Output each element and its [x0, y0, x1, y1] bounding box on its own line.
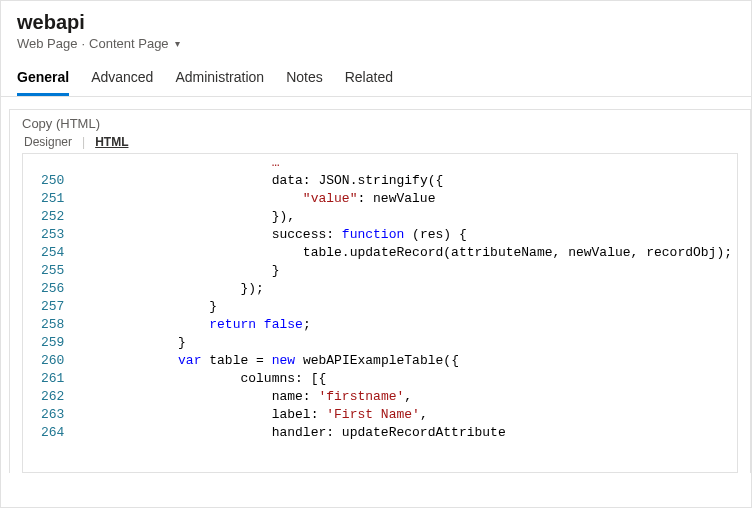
subtab-divider: |	[82, 135, 85, 149]
page-title: webapi	[17, 11, 735, 34]
line-number: 253	[23, 226, 74, 244]
code-line[interactable]: 251 "value": newValue	[23, 190, 737, 208]
tab-related[interactable]: Related	[345, 69, 393, 96]
code-content[interactable]: return false;	[74, 316, 737, 334]
code-line[interactable]: 256 });	[23, 280, 737, 298]
tab-advanced[interactable]: Advanced	[91, 69, 153, 96]
dot-separator: ·	[81, 36, 85, 51]
line-number	[23, 154, 74, 172]
code-line[interactable]: 262 name: 'firstname',	[23, 388, 737, 406]
code-content[interactable]: columns: [{	[74, 370, 737, 388]
line-number: 254	[23, 244, 74, 262]
code-line[interactable]: …	[23, 154, 737, 172]
code-line[interactable]: 252 }),	[23, 208, 737, 226]
main-tabs: GeneralAdvancedAdministrationNotesRelate…	[1, 51, 751, 97]
code-editor[interactable]: …250 data: JSON.stringify({251 "value": …	[22, 153, 738, 473]
code-line[interactable]: 258 return false;	[23, 316, 737, 334]
code-line[interactable]: 264 handler: updateRecordAttribute	[23, 424, 737, 442]
code-line[interactable]: 260 var table = new webAPIExampleTable({	[23, 352, 737, 370]
code-content[interactable]: }	[74, 298, 737, 316]
line-number: 263	[23, 406, 74, 424]
subtitle-template[interactable]: Content Page	[89, 36, 169, 51]
line-number: 251	[23, 190, 74, 208]
designer-subtab[interactable]: Designer	[24, 135, 72, 149]
line-number: 260	[23, 352, 74, 370]
copy-html-section: Copy (HTML) Designer | HTML …250 data: J…	[9, 109, 751, 473]
code-content[interactable]: }	[74, 262, 737, 280]
code-content[interactable]: success: function (res) {	[74, 226, 737, 244]
line-number: 252	[23, 208, 74, 226]
line-number: 262	[23, 388, 74, 406]
code-content[interactable]: data: JSON.stringify({	[74, 172, 737, 190]
code-content[interactable]: }),	[74, 208, 737, 226]
code-line[interactable]: 257 }	[23, 298, 737, 316]
tab-notes[interactable]: Notes	[286, 69, 323, 96]
tab-general[interactable]: General	[17, 69, 69, 96]
code-content[interactable]: name: 'firstname',	[74, 388, 737, 406]
code-line[interactable]: 259 }	[23, 334, 737, 352]
code-content[interactable]: label: 'First Name',	[74, 406, 737, 424]
subtitle-kind: Web Page	[17, 36, 77, 51]
code-line[interactable]: 263 label: 'First Name',	[23, 406, 737, 424]
line-number: 258	[23, 316, 74, 334]
line-number: 257	[23, 298, 74, 316]
html-subtab[interactable]: HTML	[95, 135, 128, 149]
code-line[interactable]: 253 success: function (res) {	[23, 226, 737, 244]
code-content[interactable]: });	[74, 280, 737, 298]
breadcrumb: Web Page · Content Page ▾	[17, 36, 735, 51]
editor-subtabs: Designer | HTML	[10, 135, 750, 153]
code-content[interactable]: table.updateRecord(attributeName, newVal…	[74, 244, 737, 262]
section-title: Copy (HTML)	[10, 110, 750, 135]
line-number: 259	[23, 334, 74, 352]
code-content[interactable]: }	[74, 334, 737, 352]
tab-administration[interactable]: Administration	[175, 69, 264, 96]
code-line[interactable]: 250 data: JSON.stringify({	[23, 172, 737, 190]
code-content[interactable]: …	[74, 154, 737, 172]
code-content[interactable]: handler: updateRecordAttribute	[74, 424, 737, 442]
chevron-down-icon[interactable]: ▾	[175, 38, 180, 49]
line-number: 264	[23, 424, 74, 442]
line-number: 261	[23, 370, 74, 388]
code-line[interactable]: 261 columns: [{	[23, 370, 737, 388]
line-number: 255	[23, 262, 74, 280]
line-number: 250	[23, 172, 74, 190]
code-content[interactable]: "value": newValue	[74, 190, 737, 208]
line-number: 256	[23, 280, 74, 298]
code-line[interactable]: 255 }	[23, 262, 737, 280]
code-line[interactable]: 254 table.updateRecord(attributeName, ne…	[23, 244, 737, 262]
code-content[interactable]: var table = new webAPIExampleTable({	[74, 352, 737, 370]
